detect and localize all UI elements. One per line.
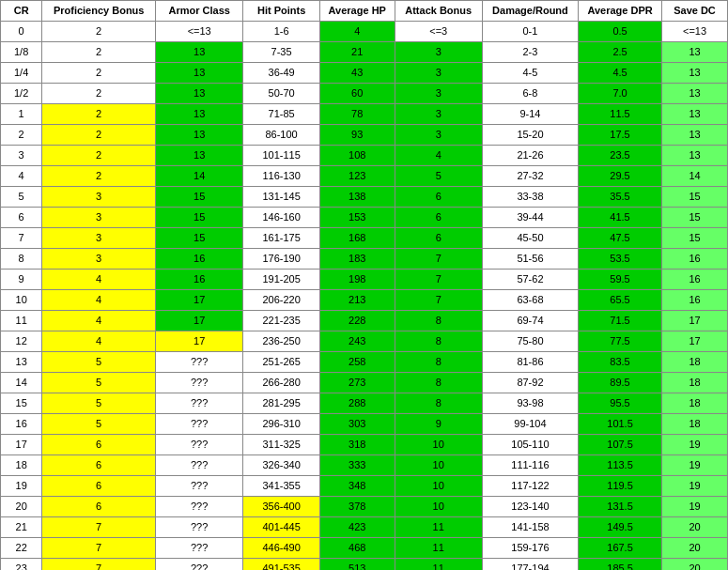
cell-cr: 1 (1, 104, 42, 125)
cell-avghp: 288 (319, 393, 395, 414)
table-row: 227???446-49046811159-176167.520 (1, 538, 728, 559)
header-ac: Armor Class (156, 1, 243, 22)
cell-dmg: 177-194 (482, 559, 578, 571)
cell-ac: 17 (156, 290, 243, 311)
cell-ac: 14 (156, 166, 243, 187)
cell-savedc: 14 (662, 166, 728, 187)
cell-pb: 6 (42, 476, 156, 497)
cell-cr: 13 (1, 352, 42, 373)
cell-cr: 1/4 (1, 63, 42, 84)
cell-atk: 3 (395, 84, 482, 104)
cell-hp: 236-250 (243, 331, 320, 352)
cell-avgdpr: 2.5 (579, 42, 662, 63)
cell-avghp: 138 (319, 187, 395, 208)
cell-ac: 13 (156, 63, 243, 84)
table-row: 4214116-130123527-3229.514 (1, 166, 728, 187)
cell-avghp: 108 (319, 146, 395, 166)
table-row: 176???311-32531810105-110107.519 (1, 435, 728, 455)
cell-savedc: 17 (662, 311, 728, 331)
cell-avghp: 21 (319, 42, 395, 63)
cell-avgdpr: 0.5 (579, 22, 662, 42)
cell-pb: 2 (42, 166, 156, 187)
cell-pb: 5 (42, 414, 156, 435)
cell-avghp: 228 (319, 311, 395, 331)
cell-hp: 191-205 (243, 270, 320, 290)
cell-ac: 13 (156, 104, 243, 125)
cell-ac: ??? (156, 352, 243, 373)
cell-atk: 6 (395, 208, 482, 228)
cell-pb: 4 (42, 331, 156, 352)
cell-savedc: 20 (662, 517, 728, 538)
cell-pb: 5 (42, 352, 156, 373)
cell-hp: 266-280 (243, 373, 320, 393)
table-row: 11417221-235228869-7471.517 (1, 311, 728, 331)
cell-atk: 3 (395, 63, 482, 84)
cell-atk: 11 (395, 559, 482, 571)
cell-avgdpr: 83.5 (579, 352, 662, 373)
cell-hp: 326-340 (243, 455, 320, 476)
cell-dmg: 69-74 (482, 311, 578, 331)
cell-cr: 18 (1, 455, 42, 476)
cell-ac: ??? (156, 517, 243, 538)
cell-avgdpr: 17.5 (579, 125, 662, 146)
table-row: 186???326-34033310111-116113.519 (1, 455, 728, 476)
cell-hp: 296-310 (243, 414, 320, 435)
cell-savedc: 20 (662, 559, 728, 571)
cell-pb: 2 (42, 146, 156, 166)
cell-pb: 2 (42, 104, 156, 125)
cell-atk: 9 (395, 414, 482, 435)
cell-avgdpr: 101.5 (579, 414, 662, 435)
cell-dmg: 21-26 (482, 146, 578, 166)
cell-avghp: 4 (319, 22, 395, 42)
table-row: 12417236-250243875-8077.517 (1, 331, 728, 352)
cell-pb: 7 (42, 559, 156, 571)
cell-avgdpr: 4.5 (579, 63, 662, 84)
cell-avghp: 333 (319, 455, 395, 476)
cell-hp: 176-190 (243, 249, 320, 270)
table-row: 155???281-295288893-9895.518 (1, 393, 728, 414)
cell-pb: 7 (42, 517, 156, 538)
cell-ac: 17 (156, 331, 243, 352)
cell-atk: 11 (395, 517, 482, 538)
cell-cr: 10 (1, 290, 42, 311)
cell-pb: 4 (42, 290, 156, 311)
cell-savedc: 19 (662, 476, 728, 497)
cell-savedc: 17 (662, 331, 728, 352)
cell-savedc: 16 (662, 290, 728, 311)
cell-dmg: 2-3 (482, 42, 578, 63)
cell-avgdpr: 41.5 (579, 208, 662, 228)
cell-pb: 3 (42, 208, 156, 228)
cell-avgdpr: 119.5 (579, 476, 662, 497)
cell-avgdpr: 89.5 (579, 373, 662, 393)
cell-avgdpr: 149.5 (579, 517, 662, 538)
table-row: 5315131-145138633-3835.515 (1, 187, 728, 208)
cell-hp: 356-400 (243, 497, 320, 517)
cell-avghp: 303 (319, 414, 395, 435)
cell-atk: 3 (395, 42, 482, 63)
cell-dmg: 9-14 (482, 104, 578, 125)
cell-dmg: 141-158 (482, 517, 578, 538)
cell-avgdpr: 77.5 (579, 331, 662, 352)
cell-cr: 2 (1, 125, 42, 146)
cell-avgdpr: 185.5 (579, 559, 662, 571)
table-row: 9416191-205198757-6259.516 (1, 270, 728, 290)
cell-avgdpr: 71.5 (579, 311, 662, 331)
cell-ac: ??? (156, 414, 243, 435)
cell-pb: 3 (42, 187, 156, 208)
table-row: 121371-857839-1411.513 (1, 104, 728, 125)
cell-hp: 221-235 (243, 311, 320, 331)
table-row: 135???251-265258881-8683.518 (1, 352, 728, 373)
cell-dmg: 57-62 (482, 270, 578, 290)
cell-ac: 13 (156, 146, 243, 166)
cell-avghp: 93 (319, 125, 395, 146)
table-row: 1/82137-352132-32.513 (1, 42, 728, 63)
cell-avgdpr: 95.5 (579, 393, 662, 414)
cell-atk: 11 (395, 538, 482, 559)
cell-avgdpr: 11.5 (579, 104, 662, 125)
cell-dmg: 27-32 (482, 166, 578, 187)
cell-cr: 3 (1, 146, 42, 166)
cell-cr: 6 (1, 208, 42, 228)
cell-hp: 206-220 (243, 290, 320, 311)
cell-cr: 17 (1, 435, 42, 455)
cell-avghp: 243 (319, 331, 395, 352)
